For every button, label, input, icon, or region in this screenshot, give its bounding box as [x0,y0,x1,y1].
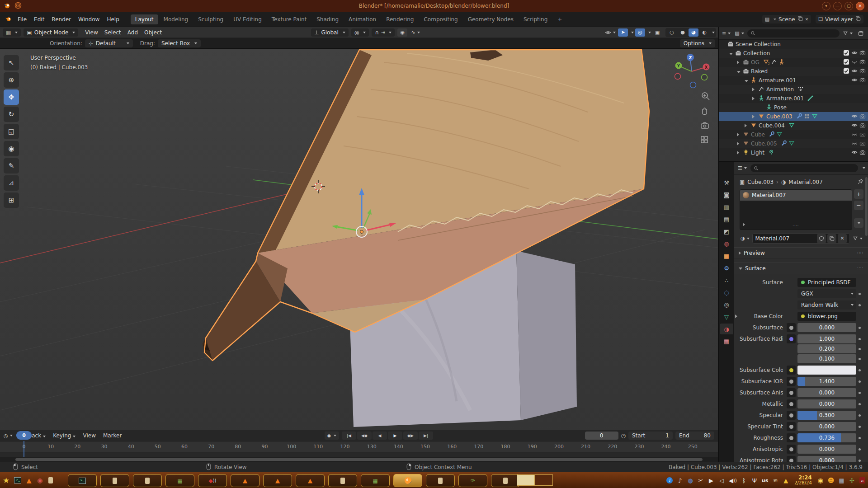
outliner-row-cube-003[interactable]: Cube.003 [719,112,868,121]
properties-tab-viewlayer[interactable]: ▤ [720,214,733,225]
tray-archive-icon[interactable]: a [859,477,865,483]
node-field[interactable]: blower.png [797,312,856,321]
expander-icon[interactable] [745,122,750,129]
workspace-pager[interactable] [517,474,553,486]
timeline-ruler[interactable]: 0102030405060708090100110120130140150160… [0,441,718,453]
value-slider[interactable]: 0.200 [797,344,856,353]
remove-slot-button[interactable]: − [854,201,863,210]
animate-dot[interactable] [856,414,863,417]
tool-tweak[interactable]: ↖ [4,55,19,70]
jump-to-start-button[interactable]: |◀ [342,432,356,440]
tray-lamp-icon[interactable]: ◉ [817,477,824,484]
value-slider[interactable]: 1.000 [797,334,856,343]
camera-toggle-icon[interactable] [859,77,866,84]
viewport-canvas[interactable]: Z Y X [0,49,718,430]
properties-options-dropdown[interactable] [863,167,865,169]
workspace-tab-scripting[interactable]: Scripting [519,14,552,24]
shade-button[interactable]: ▾ [822,2,830,10]
animate-dot[interactable] [856,348,863,350]
expander-icon[interactable] [735,313,737,319]
properties-tab-scene[interactable]: ◩ [720,226,733,237]
workspace-2[interactable] [535,474,553,486]
properties-tab-render[interactable]: ◙ [720,189,733,200]
expander-icon[interactable] [752,86,758,93]
properties-search-input[interactable] [750,164,858,172]
material-browse-dropdown[interactable]: ◑ [740,235,750,243]
task-button-media-6[interactable]: ▲ [263,474,292,487]
task-button-terminal-0[interactable]: >_ [68,474,97,487]
timeline-scrollbar-handle[interactable] [15,458,703,461]
timeline-menu-keying[interactable]: Keying [49,432,79,440]
jump-to-end-button[interactable]: ▶| [419,432,433,440]
copy-icon[interactable] [797,16,803,23]
tray-play-icon[interactable]: ▶ [708,477,714,484]
animate-dot[interactable] [856,327,863,329]
play-reverse-button[interactable]: ◀ [373,432,387,440]
dropdown-field[interactable]: GGX [797,289,856,298]
launcher-terminal-icon[interactable]: >_ [14,477,21,483]
properties-tab-constraints[interactable]: ◎ [720,299,733,310]
task-button-files-13[interactable] [491,474,520,487]
breadcrumb-object[interactable]: Cube.003 [747,179,774,185]
shading-wireframe-button[interactable]: ○ [667,28,677,37]
outliner-row-armature-001[interactable]: Armature.001 [719,94,868,103]
tool-rotate[interactable]: ↻ [4,107,19,122]
view-layer-selector[interactable]: ❏ ViewLayer [816,15,863,23]
properties-tab-physics[interactable]: ◌ [720,287,733,298]
outliner-row-pose[interactable]: Pose [719,103,868,112]
material-slot-list[interactable]: Material.007 ∷∷ [740,189,852,230]
unlink-material-icon[interactable]: ✕ [838,234,847,243]
transform-orientation-dropdown[interactable]: ⊥ Global [311,28,349,37]
viewport-menu-add[interactable]: Add [124,28,141,37]
workspace-tab-compositing[interactable]: Compositing [419,14,462,24]
expander-icon[interactable] [752,113,758,120]
menu-render[interactable]: Render [48,14,75,24]
show-overlays-toggle[interactable]: ◎ [635,28,645,37]
cameraoff-toggle-icon[interactable] [859,131,866,139]
timeline-editor-dropdown[interactable]: ◷ [3,432,14,440]
frame-start-field[interactable]: Start1 [628,432,673,440]
properties-tab-tool[interactable]: ⚒ [720,177,733,188]
launcher-wheel-icon[interactable]: ◉ [37,477,43,484]
task-button-files-11[interactable] [426,474,455,487]
expander-icon[interactable] [745,77,750,84]
properties-tab-material[interactable]: ◑ [720,324,733,334]
tool-cursor[interactable]: ⊕ [4,72,19,88]
add-slot-button[interactable]: + [854,189,863,199]
timeline-menu-marker[interactable]: Marker [99,432,125,440]
tool-move[interactable]: ✥ [4,89,19,105]
properties-tab-output[interactable]: ▥ [720,202,733,212]
shading-material-button[interactable]: ◕ [689,28,698,37]
breadcrumb-data[interactable]: Material.007 [788,179,822,185]
color-swatch[interactable] [797,366,856,375]
minimize-button[interactable]: — [833,2,842,10]
workspace-1[interactable] [517,474,535,486]
new-material-copy-icon[interactable] [827,234,836,243]
eye-toggle-icon[interactable] [851,77,858,84]
expander-icon[interactable] [737,141,743,147]
playhead[interactable]: 0 [16,431,32,440]
menu-file[interactable]: File [14,14,30,24]
task-button-blender-10[interactable] [393,474,422,487]
tray-volume-icon[interactable]: ◀)) [729,477,737,484]
outliner-display-mode-dropdown[interactable]: ▤ [734,29,745,38]
slot-specials-dropdown[interactable] [854,218,863,228]
properties-tab-modifiers[interactable]: ⚙ [720,263,733,273]
value-slider[interactable]: 1.400 [797,377,856,386]
expander-icon[interactable] [729,50,735,56]
workspace-tab-shading[interactable]: Shading [312,14,343,24]
properties-scrollbar[interactable] [865,177,868,236]
value-slider[interactable]: 0.000 [797,456,856,462]
play-button[interactable]: ▶ [388,432,402,440]
value-slider[interactable]: 0.000 [797,323,856,332]
viewport-menu-view[interactable]: View [82,28,101,37]
next-keyframe-button[interactable]: ◆▶ [403,432,418,440]
outliner-row-baked[interactable]: Baked [719,67,868,76]
node-field[interactable]: Principled BSDF [797,278,856,287]
pin-icon[interactable] [858,178,863,186]
tool-measure[interactable]: ⊿ [4,175,19,191]
blender-logo-icon[interactable] [5,15,12,23]
eyeclosed-toggle-icon[interactable] [851,59,858,66]
eye-toggle-icon[interactable] [851,149,858,157]
launcher-star-icon[interactable]: ★ [3,476,9,485]
